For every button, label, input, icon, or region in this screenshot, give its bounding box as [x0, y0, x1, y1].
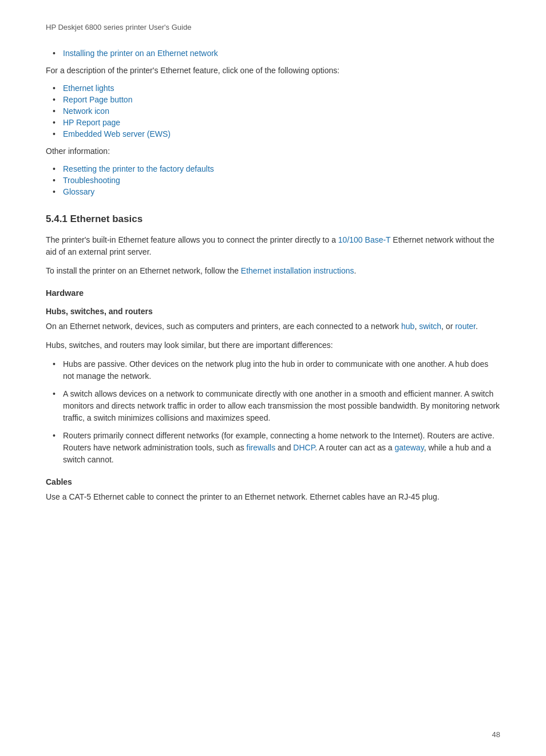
- para1-end: .: [476, 322, 478, 331]
- feature-links-list: Ethernet lights Report Page button Netwo…: [63, 84, 500, 138]
- page-number: 48: [492, 730, 500, 739]
- header-title: HP Deskjet 6800 series printer User's Gu…: [46, 23, 191, 31]
- hardware-para2: Hubs, switches, and routers may look sim…: [46, 339, 500, 351]
- intro-section: Installing the printer on an Ethernet ne…: [46, 49, 500, 196]
- list-item: Glossary: [63, 187, 500, 196]
- para1-before: On an Ethernet network, devices, such as…: [46, 322, 401, 331]
- list-item: Report Page button: [63, 95, 500, 104]
- base-t-link[interactable]: 10/100 Base-T: [338, 235, 391, 244]
- section-541-para2: To install the printer on an Ethernet ne…: [46, 265, 500, 277]
- list-item: Resetting the printer to the factory def…: [63, 164, 500, 173]
- description-text: For a description of the printer's Ether…: [46, 65, 500, 77]
- ethernet-installation-link[interactable]: Ethernet installation instructions: [241, 266, 354, 275]
- hubs-heading: Hubs, switches, and routers: [46, 307, 500, 316]
- other-links-list: Resetting the printer to the factory def…: [63, 164, 500, 196]
- glossary-link[interactable]: Glossary: [63, 187, 94, 196]
- hardware-section: Hardware Hubs, switches, and routers On …: [46, 288, 500, 466]
- list-item: Ethernet lights: [63, 84, 500, 93]
- firewalls-link[interactable]: firewalls: [247, 443, 276, 452]
- comma1: ,: [414, 322, 419, 331]
- installing-ethernet-link[interactable]: Installing the printer on an Ethernet ne…: [63, 49, 218, 58]
- list-item: Embedded Web server (EWS): [63, 129, 500, 138]
- list-item: Installing the printer on an Ethernet ne…: [63, 49, 500, 58]
- top-link-list: Installing the printer on an Ethernet ne…: [63, 49, 500, 58]
- other-info-label: Other information:: [46, 145, 500, 157]
- bullet-routers-and: and: [275, 443, 293, 452]
- gateway-link[interactable]: gateway: [395, 443, 424, 452]
- section-541: 5.4.1 Ethernet basics The printer's buil…: [46, 213, 500, 277]
- hardware-bullets: Hubs are passive. Other devices on the n…: [63, 358, 500, 466]
- troubleshooting-link[interactable]: Troubleshooting: [63, 176, 120, 185]
- hub-link[interactable]: hub: [401, 322, 414, 331]
- cables-section: Cables Use a CAT-5 Ethernet cable to con…: [46, 477, 500, 503]
- router-link[interactable]: router: [455, 322, 476, 331]
- comma2: , or: [441, 322, 455, 331]
- list-item: Routers primarily connect different netw…: [63, 430, 500, 466]
- hardware-heading: Hardware: [46, 288, 500, 298]
- section-541-para1: The printer's built-in Ethernet feature …: [46, 234, 500, 258]
- ethernet-lights-link[interactable]: Ethernet lights: [63, 84, 114, 93]
- switch-link[interactable]: switch: [419, 322, 441, 331]
- hardware-para1: On an Ethernet network, devices, such as…: [46, 320, 500, 333]
- page-header: HP Deskjet 6800 series printer User's Gu…: [46, 23, 500, 31]
- list-item: Troubleshooting: [63, 176, 500, 185]
- page-container: HP Deskjet 6800 series printer User's Gu…: [0, 0, 546, 756]
- para2-before: To install the printer on an Ethernet ne…: [46, 266, 241, 275]
- dhcp-link[interactable]: DHCP: [293, 443, 315, 452]
- list-item: Network icon: [63, 106, 500, 116]
- para2-after: .: [354, 266, 357, 275]
- network-icon-link[interactable]: Network icon: [63, 106, 109, 116]
- ews-link[interactable]: Embedded Web server (EWS): [63, 129, 171, 138]
- list-item: A switch allows devices on a network to …: [63, 388, 500, 424]
- para1-before: The printer's built-in Ethernet feature …: [46, 235, 338, 244]
- list-item: HP Report page: [63, 118, 500, 127]
- cables-heading: Cables: [46, 477, 500, 486]
- bullet-switch: A switch allows devices on a network to …: [63, 389, 500, 422]
- report-page-button-link[interactable]: Report Page button: [63, 95, 132, 104]
- resetting-defaults-link[interactable]: Resetting the printer to the factory def…: [63, 164, 214, 173]
- cables-para: Use a CAT-5 Ethernet cable to connect th…: [46, 491, 500, 503]
- list-item: Hubs are passive. Other devices on the n…: [63, 358, 500, 382]
- bullet-routers-middle: . A router can act as a: [315, 443, 394, 452]
- hp-report-page-link[interactable]: HP Report page: [63, 118, 120, 127]
- section-541-heading: 5.4.1 Ethernet basics: [46, 213, 500, 226]
- bullet-hubs: Hubs are passive. Other devices on the n…: [63, 359, 488, 381]
